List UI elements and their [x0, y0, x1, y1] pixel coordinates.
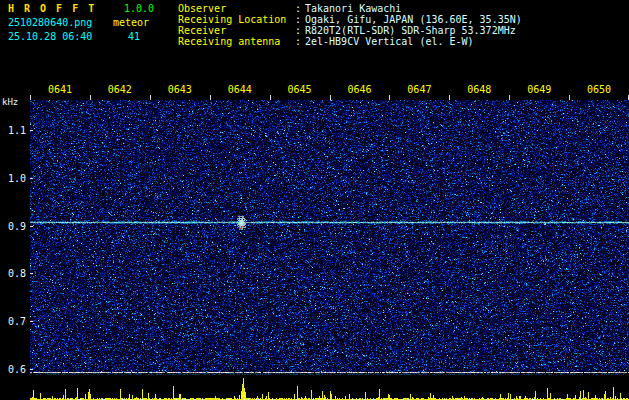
- info-value: Ogaki, Gifu, JAPAN (136.60E, 35.35N): [305, 14, 522, 25]
- info-separator: :: [295, 3, 305, 14]
- info-row: Receiving antenna:2el-HB9CV Vertical (el…: [178, 36, 522, 47]
- info-row: Receiver:R820T2(RTL-SDR) SDR-Sharp 53.37…: [178, 25, 522, 36]
- time-label: 0642: [90, 84, 150, 95]
- spectrogram-canvas: [30, 95, 629, 375]
- info-label: Receiver: [178, 25, 295, 36]
- mode-badge: meteor: [113, 17, 149, 28]
- time-label: 0649: [509, 84, 569, 95]
- freq-label: 0.6: [8, 364, 30, 375]
- info-separator: :: [295, 36, 305, 47]
- time-label: 0644: [210, 84, 270, 95]
- time-axis: 0641 0642 0643 0644 0645 0646 0647 0648 …: [30, 84, 629, 95]
- info-value: Takanori Kawachi: [305, 3, 401, 14]
- app-title: H R O F F T: [8, 3, 96, 14]
- time-label: 0646: [330, 84, 390, 95]
- time-label: 0647: [389, 84, 449, 95]
- info-label: Receiving Location: [178, 14, 295, 25]
- datetime-label: 25.10.28 06:40: [8, 31, 92, 42]
- freq-label: 1.1: [8, 125, 30, 136]
- time-label: 0643: [150, 84, 210, 95]
- time-label: 0650: [569, 84, 629, 95]
- info-label: Observer: [178, 3, 295, 14]
- freq-label: 1.0: [8, 173, 30, 184]
- freq-label: 0.7: [8, 316, 30, 327]
- app-version: 1.0.0: [124, 3, 154, 14]
- time-label: 0645: [270, 84, 330, 95]
- freq-unit-label: kHz: [2, 97, 18, 108]
- info-row: Receiving Location:Ogaki, Gifu, JAPAN (1…: [178, 14, 522, 25]
- info-row: Observer:Takanori Kawachi: [178, 3, 522, 14]
- signal-level-canvas: [30, 377, 629, 400]
- observer-info-block: Observer:Takanori Kawachi Receiving Loca…: [178, 3, 522, 47]
- file-count: 41: [128, 31, 140, 42]
- info-value: R820T2(RTL-SDR) SDR-Sharp 53.372MHz: [305, 25, 516, 36]
- info-separator: :: [295, 14, 305, 25]
- freq-label: 0.8: [8, 268, 30, 279]
- info-label: Receiving antenna: [178, 36, 295, 47]
- hrofft-window: H R O F F T 1.0.0 2510280640.png meteor …: [0, 0, 629, 400]
- output-filename: 2510280640.png: [8, 17, 92, 28]
- info-separator: :: [295, 25, 305, 36]
- time-label: 0641: [30, 84, 90, 95]
- info-value: 2el-HB9CV Vertical (el. E-W): [305, 36, 474, 47]
- freq-label: 0.9: [8, 221, 30, 232]
- time-label: 0648: [449, 84, 509, 95]
